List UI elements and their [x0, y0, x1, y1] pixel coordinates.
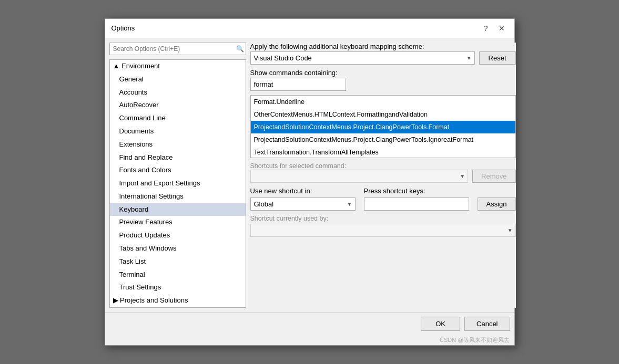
help-button[interactable]: ?: [481, 23, 491, 34]
commands-list[interactable]: Format.UnderlineOtherContextMenus.HTMLCo…: [250, 95, 516, 158]
use-new-dropdown-wrap: Global ▼: [250, 197, 356, 211]
shortcuts-row: ▼ Remove: [250, 170, 516, 183]
tree-item-product-updates[interactable]: Product Updates: [110, 229, 246, 242]
use-new-row: Use new shortcut in: Global ▼ Press shor…: [250, 187, 516, 211]
commands-label: Show commands containing:: [250, 69, 516, 77]
command-item[interactable]: TextTransformation.TransformAllTemplates: [251, 146, 515, 158]
ok-button[interactable]: OK: [421, 317, 460, 331]
commands-section: Show commands containing:: [250, 69, 516, 91]
search-icon[interactable]: 🔍: [236, 45, 244, 53]
tree-item-general[interactable]: General: [110, 73, 246, 86]
tree-item-fonts-and-colors[interactable]: Fonts and Colors: [110, 164, 246, 177]
tree-item-task-list[interactable]: Task List: [110, 255, 246, 268]
watermark: CSDN @等风来不如迎风去: [105, 335, 514, 345]
search-input[interactable]: [109, 43, 246, 55]
tree-container[interactable]: ▲ Environment GeneralAccountsAutoRecover…: [109, 59, 246, 308]
remove-button[interactable]: Remove: [472, 170, 515, 183]
tree-items-container: GeneralAccountsAutoRecoverCommand LineDo…: [110, 73, 246, 295]
reset-button[interactable]: Reset: [479, 51, 516, 65]
options-dialog: Options ? ✕ 🔍 ▲ Environment GeneralAccou…: [105, 18, 515, 346]
press-keys-col: Press shortcut keys:: [364, 187, 469, 211]
tree-item-autorecover[interactable]: AutoRecover: [110, 99, 246, 112]
use-new-label: Use new shortcut in:: [250, 187, 356, 195]
shortcuts-section: Shortcuts for selected command: ▼ Remove: [250, 162, 516, 183]
mapping-row: Visual Studio Code ▼ Reset: [250, 51, 516, 65]
mapping-label: Apply the following additional keyboard …: [250, 43, 516, 50]
used-by-dropdown-wrap: ▼: [250, 224, 516, 237]
cancel-button[interactable]: Cancel: [464, 317, 510, 331]
left-panel: 🔍 ▲ Environment GeneralAccountsAutoRecov…: [109, 43, 246, 308]
dialog-body: 🔍 ▲ Environment GeneralAccountsAutoRecov…: [105, 38, 514, 312]
tree-item-trust-settings[interactable]: Trust Settings: [110, 281, 246, 294]
mapping-section: Apply the following additional keyboard …: [250, 43, 516, 65]
shortcuts-label: Shortcuts for selected command:: [250, 162, 516, 170]
tree-environment-header[interactable]: ▲ Environment: [110, 60, 246, 73]
tree-item-preview-features[interactable]: Preview Features: [110, 216, 246, 229]
used-by-dropdown[interactable]: [250, 224, 516, 237]
tree-item-import-and-export-settings[interactable]: Import and Export Settings: [110, 177, 246, 190]
title-bar: Options ? ✕: [105, 19, 514, 38]
commands-filter-input[interactable]: [250, 78, 346, 91]
tree-item-keyboard[interactable]: Keyboard: [110, 203, 246, 216]
tree-item-documents[interactable]: Documents: [110, 125, 246, 138]
shortcut-used-section: Shortcut currently used by: ▼: [250, 215, 516, 237]
press-keys-label: Press shortcut keys:: [364, 187, 469, 195]
tree-item-accounts[interactable]: Accounts: [110, 86, 246, 99]
command-item[interactable]: OtherContextMenus.HTMLContext.Formatting…: [251, 108, 515, 121]
command-item[interactable]: ProjectandSolutionContextMenus.Project.C…: [251, 121, 515, 133]
close-button[interactable]: ✕: [495, 23, 508, 34]
tree-item-international-settings[interactable]: International Settings: [110, 190, 246, 203]
tree-projects-header[interactable]: ▶ Projects and Solutions: [110, 294, 246, 307]
dialog-title: Options: [111, 24, 135, 32]
right-panel: Apply the following additional keyboard …: [250, 43, 516, 308]
shortcuts-dropdown-wrap: ▼: [250, 170, 469, 183]
used-by-label: Shortcut currently used by:: [250, 215, 516, 222]
assign-button[interactable]: Assign: [478, 197, 516, 211]
tree-item-tabs-and-windows[interactable]: Tabs and Windows: [110, 242, 246, 255]
tree-item-command-line[interactable]: Command Line: [110, 112, 246, 125]
tree-item-terminal[interactable]: Terminal: [110, 268, 246, 282]
use-new-col: Use new shortcut in: Global ▼: [250, 187, 356, 211]
press-keys-input[interactable]: [364, 197, 469, 211]
command-item[interactable]: Format.Underline: [251, 96, 515, 108]
bottom-buttons: OK Cancel: [105, 312, 514, 335]
tree-item-find-and-replace[interactable]: Find and Replace: [110, 151, 246, 164]
shortcuts-dropdown[interactable]: [250, 170, 469, 183]
mapping-dropdown-wrap: Visual Studio Code ▼: [250, 51, 475, 65]
command-item[interactable]: ProjectandSolutionContextMenus.Project.C…: [251, 133, 515, 146]
search-box: 🔍: [109, 43, 246, 55]
title-bar-buttons: ? ✕: [481, 23, 508, 34]
tree-item-extensions[interactable]: Extensions: [110, 138, 246, 151]
use-new-dropdown[interactable]: Global: [250, 197, 356, 211]
mapping-dropdown[interactable]: Visual Studio Code: [250, 51, 475, 65]
